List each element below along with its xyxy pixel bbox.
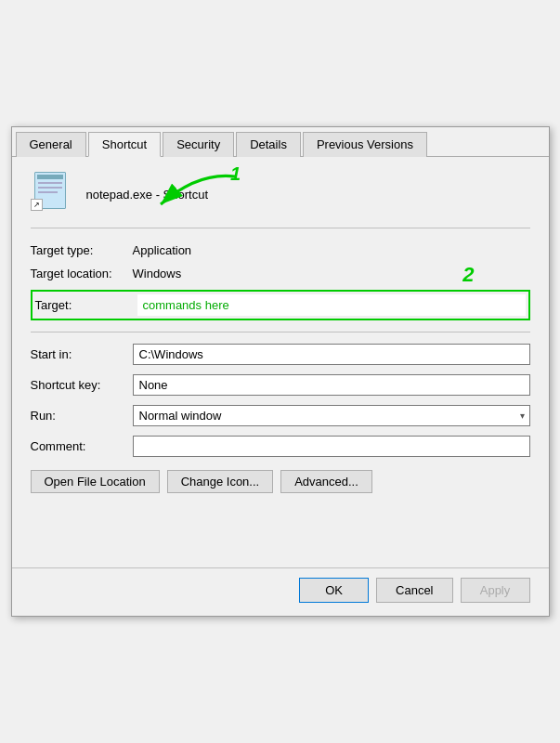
start-in-row: Start in: bbox=[31, 344, 530, 365]
tab-shortcut[interactable]: Shortcut bbox=[88, 132, 161, 157]
target-type-label: Target type: bbox=[31, 243, 133, 257]
target-input[interactable] bbox=[137, 294, 526, 316]
cancel-button[interactable]: Cancel bbox=[376, 578, 452, 603]
shortcut-key-input[interactable] bbox=[133, 374, 530, 396]
annotation-number-2: 2 bbox=[462, 263, 474, 287]
comment-input[interactable] bbox=[133, 436, 530, 457]
svg-text:1: 1 bbox=[230, 167, 241, 184]
change-icon-button[interactable]: Change Icon... bbox=[167, 470, 274, 493]
tab-security[interactable]: Security bbox=[163, 132, 234, 157]
target-location-value: Windows bbox=[133, 267, 182, 280]
comment-label: Comment: bbox=[31, 439, 133, 453]
start-in-label: Start in: bbox=[31, 347, 133, 361]
target-row-highlighted: Target: bbox=[31, 290, 530, 320]
shortcut-key-label: Shortcut key: bbox=[31, 378, 133, 392]
properties-dialog: General Shortcut Security Details Previo… bbox=[11, 126, 550, 617]
shortcut-overlay-icon: ↗ bbox=[31, 199, 43, 211]
target-location-row: Target location: Windows 2 bbox=[31, 267, 530, 280]
tab-general[interactable]: General bbox=[16, 132, 86, 157]
tab-previous-versions[interactable]: Previous Versions bbox=[303, 132, 427, 157]
target-type-row: Target type: Application bbox=[31, 243, 530, 257]
run-row: Run: Normal window ▾ bbox=[31, 405, 530, 426]
file-name: notepad.exe - Shortcut bbox=[86, 188, 209, 202]
fields-section: Target type: Application Target location… bbox=[31, 243, 530, 457]
target-type-value: Application bbox=[133, 243, 192, 257]
target-location-label: Target location: bbox=[31, 267, 133, 280]
tab-details[interactable]: Details bbox=[236, 132, 301, 157]
file-header: ↗ notepad.exe - Shortcut 1 bbox=[31, 172, 530, 228]
comment-row: Comment: bbox=[31, 436, 530, 457]
tab-content: ↗ notepad.exe - Shortcut 1 Target type: bbox=[12, 157, 549, 512]
run-select[interactable]: Normal window bbox=[133, 405, 530, 426]
dialog-footer: OK Cancel Apply bbox=[12, 567, 549, 616]
target-label: Target: bbox=[35, 298, 137, 312]
start-in-input[interactable] bbox=[133, 344, 530, 365]
ok-button[interactable]: OK bbox=[299, 578, 369, 603]
apply-button[interactable]: Apply bbox=[461, 578, 530, 603]
file-icon: ↗ bbox=[31, 172, 75, 216]
open-file-location-button[interactable]: Open File Location bbox=[31, 470, 160, 493]
run-label: Run: bbox=[31, 409, 133, 423]
action-buttons: Open File Location Change Icon... Advanc… bbox=[31, 470, 530, 493]
advanced-button[interactable]: Advanced... bbox=[280, 470, 372, 493]
shortcut-key-row: Shortcut key: bbox=[31, 374, 530, 396]
divider-1 bbox=[31, 332, 530, 332]
run-select-wrapper: Normal window ▾ bbox=[133, 405, 530, 426]
tab-bar: General Shortcut Security Details Previo… bbox=[12, 127, 549, 157]
